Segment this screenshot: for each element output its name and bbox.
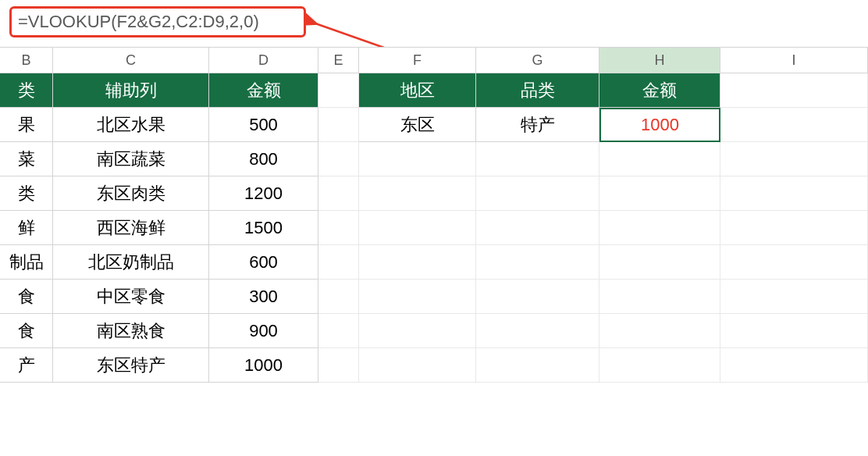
cell-D8[interactable]: 900 <box>209 314 318 348</box>
cell-G7[interactable] <box>476 280 599 314</box>
cell-H1[interactable]: 金额 <box>599 73 720 108</box>
cell-G2[interactable]: 特产 <box>476 108 599 142</box>
cell-B1[interactable]: 类 <box>0 73 53 108</box>
cell-B6[interactable]: 制品 <box>0 245 53 280</box>
cell-H9[interactable] <box>599 348 720 383</box>
col-header-I[interactable]: I <box>720 47 868 73</box>
grid-row-6: 制品 北区奶制品 600 <box>0 245 868 280</box>
cell-E4[interactable] <box>318 176 359 211</box>
cell-B8[interactable]: 食 <box>0 314 53 348</box>
cell-C8[interactable]: 南区熟食 <box>53 314 209 348</box>
grid-row-3: 菜 南区蔬菜 800 <box>0 142 868 176</box>
grid-row-2: 果 北区水果 500 东区 特产 1000 <box>0 108 868 142</box>
cell-B5[interactable]: 鲜 <box>0 211 53 245</box>
col-header-B[interactable]: B <box>0 47 53 73</box>
cell-G5[interactable] <box>476 211 599 245</box>
cell-H7[interactable] <box>599 280 720 314</box>
cell-F3[interactable] <box>359 142 476 176</box>
cell-I4[interactable] <box>720 176 868 211</box>
cell-B9[interactable]: 产 <box>0 348 53 383</box>
cell-F8[interactable] <box>359 314 476 348</box>
cell-C7[interactable]: 中区零食 <box>53 280 209 314</box>
cell-B3[interactable]: 菜 <box>0 142 53 176</box>
cell-I1[interactable] <box>720 73 868 108</box>
cell-H3[interactable] <box>599 142 720 176</box>
cell-I8[interactable] <box>720 314 868 348</box>
grid-row-1: 类 辅助列 金额 地区 品类 金额 <box>0 73 868 108</box>
cell-C6[interactable]: 北区奶制品 <box>53 245 209 280</box>
cell-E2[interactable] <box>318 108 359 142</box>
col-header-D[interactable]: D <box>209 47 318 73</box>
cell-F4[interactable] <box>359 176 476 211</box>
cell-G3[interactable] <box>476 142 599 176</box>
cell-B2[interactable]: 果 <box>0 108 53 142</box>
cell-F2[interactable]: 东区 <box>359 108 476 142</box>
cell-C9[interactable]: 东区特产 <box>53 348 209 383</box>
cell-F7[interactable] <box>359 280 476 314</box>
cell-I5[interactable] <box>720 211 868 245</box>
cell-H2-result[interactable]: 1000 <box>599 108 720 142</box>
cell-H5[interactable] <box>599 211 720 245</box>
cell-G1[interactable]: 品类 <box>476 73 599 108</box>
col-header-F[interactable]: F <box>359 47 476 73</box>
cell-I2[interactable] <box>720 108 868 142</box>
cell-G8[interactable] <box>476 314 599 348</box>
cell-H8[interactable] <box>599 314 720 348</box>
grid-row-9: 产 东区特产 1000 <box>0 348 868 383</box>
cell-E6[interactable] <box>318 245 359 280</box>
cell-B4[interactable]: 类 <box>0 176 53 211</box>
cell-D6[interactable]: 600 <box>209 245 318 280</box>
cell-I9[interactable] <box>720 348 868 383</box>
grid-row-7: 食 中区零食 300 <box>0 280 868 314</box>
col-header-C[interactable]: C <box>53 47 209 73</box>
cell-E7[interactable] <box>318 280 359 314</box>
cell-C3[interactable]: 南区蔬菜 <box>53 142 209 176</box>
cell-G9[interactable] <box>476 348 599 383</box>
spreadsheet-grid: 类 辅助列 金额 地区 品类 金额 果 北区水果 500 东区 特产 1000 … <box>0 73 868 383</box>
cell-H4[interactable] <box>599 176 720 211</box>
cell-C2[interactable]: 北区水果 <box>53 108 209 142</box>
cell-D7[interactable]: 300 <box>209 280 318 314</box>
cell-D2[interactable]: 500 <box>209 108 318 142</box>
cell-E5[interactable] <box>318 211 359 245</box>
cell-E8[interactable] <box>318 314 359 348</box>
cell-G6[interactable] <box>476 245 599 280</box>
formula-bar-box: =VLOOKUP(F2&G2,C2:D9,2,0) <box>9 6 306 37</box>
column-headers-row: B C D E F G H I <box>0 47 868 73</box>
cell-F1[interactable]: 地区 <box>359 73 476 108</box>
cell-G4[interactable] <box>476 176 599 211</box>
cell-I7[interactable] <box>720 280 868 314</box>
cell-C1[interactable]: 辅助列 <box>53 73 209 108</box>
cell-H6[interactable] <box>599 245 720 280</box>
cell-E9[interactable] <box>318 348 359 383</box>
cell-I3[interactable] <box>720 142 868 176</box>
cell-E1[interactable] <box>318 73 359 108</box>
cell-D5[interactable]: 1500 <box>209 211 318 245</box>
cell-F5[interactable] <box>359 211 476 245</box>
cell-D9[interactable]: 1000 <box>209 348 318 383</box>
grid-row-5: 鲜 西区海鲜 1500 <box>0 211 868 245</box>
cell-E3[interactable] <box>318 142 359 176</box>
cell-D4[interactable]: 1200 <box>209 176 318 211</box>
cell-C5[interactable]: 西区海鲜 <box>53 211 209 245</box>
cell-B7[interactable]: 食 <box>0 280 53 314</box>
grid-row-4: 类 东区肉类 1200 <box>0 176 868 211</box>
col-header-E[interactable]: E <box>318 47 359 73</box>
cell-D1[interactable]: 金额 <box>209 73 318 108</box>
grid-row-8: 食 南区熟食 900 <box>0 314 868 348</box>
col-header-G[interactable]: G <box>476 47 599 73</box>
formula-text[interactable]: =VLOOKUP(F2&G2,C2:D9,2,0) <box>18 12 259 32</box>
col-header-H[interactable]: H <box>599 47 720 73</box>
cell-C4[interactable]: 东区肉类 <box>53 176 209 211</box>
cell-I6[interactable] <box>720 245 868 280</box>
cell-D3[interactable]: 800 <box>209 142 318 176</box>
cell-F9[interactable] <box>359 348 476 383</box>
cell-F6[interactable] <box>359 245 476 280</box>
